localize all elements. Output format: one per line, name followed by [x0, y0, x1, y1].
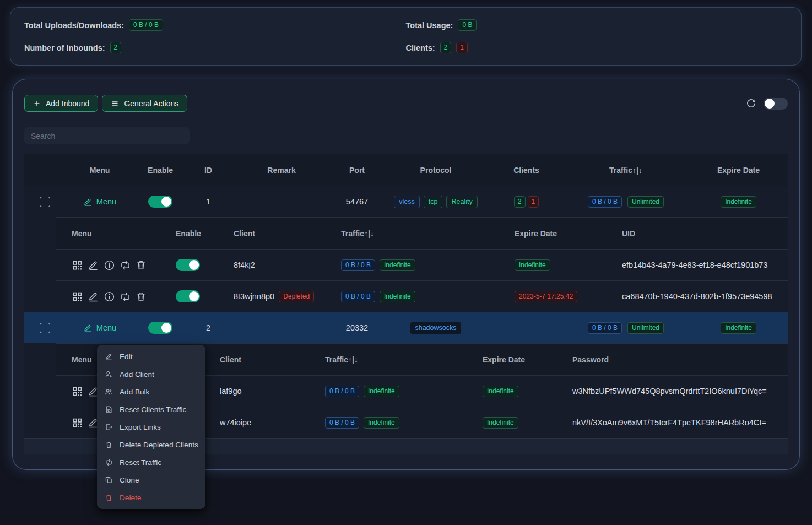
client-traffic: 0 B / 0 B Indefinite — [315, 386, 473, 397]
sub-header-password: Password — [562, 355, 788, 364]
sub-header-client: Client — [210, 355, 315, 364]
client-password: nkV/I/3XoAm9v6xMT/T5IcrF4TpeTKF98rHARbRo… — [562, 418, 788, 427]
menu-item-delete-depleted-clients[interactable]: Delete Depleted Clients — [97, 436, 205, 453]
menu-item-add-bulk[interactable]: Add Bulk — [97, 383, 205, 400]
expire-badge: Indefinite — [483, 417, 518, 429]
sub-header-enable: Enable — [166, 229, 224, 238]
client-traffic: 0 B / 0 B Indefinite — [331, 291, 505, 302]
reset-traffic-icon[interactable] — [120, 291, 131, 302]
search-input[interactable] — [24, 127, 190, 144]
client-actions — [56, 259, 166, 271]
stat-number-of-inbounds: Number of Inbounds: 2 — [24, 42, 406, 53]
client-name: 8t3wjnn8p0 — [234, 292, 274, 301]
sub-header-traffic-sort[interactable]: Traffic↑|↓ — [315, 355, 473, 364]
client-uid: ca68470b-1940-437d-802b-1f9573e94598 — [612, 292, 788, 301]
edit-pencil-icon — [83, 323, 93, 333]
quota-badge: Indefinite — [364, 386, 399, 397]
menu-item-reset-traffic[interactable]: Reset Traffic — [97, 453, 205, 471]
menu-item-reset-clients-traffic[interactable]: Reset Clients Traffic — [97, 400, 205, 418]
delete-client-icon[interactable] — [136, 259, 147, 270]
general-actions-button[interactable]: General Actions — [102, 95, 187, 112]
total-usage-value: 0 B — [458, 19, 477, 31]
add-inbound-button[interactable]: Add Inbound — [24, 95, 98, 112]
number-of-inbounds-value: 2 — [110, 42, 122, 53]
toolbar: Add Inbound General Actions — [24, 95, 788, 112]
collapse-row-button[interactable] — [40, 323, 50, 333]
client-name: laf9go — [210, 387, 315, 396]
sub-header-expire: Expire Date — [473, 355, 562, 364]
reset-traffic-icon[interactable] — [120, 259, 131, 271]
stat-total-usage: Total Usage: 0 B — [406, 19, 788, 31]
stats-overview-card: Total Uploads/Downloads: 0 B / 0 B Numbe… — [10, 7, 802, 66]
info-icon[interactable] — [104, 259, 115, 271]
clients-depleted-count: 1 — [456, 42, 468, 53]
general-actions-label: General Actions — [124, 99, 178, 108]
inbound-enable-toggle[interactable] — [148, 322, 172, 334]
client-uid: efb14b43-4a79-4e83-ef18-e48cf1901b73 — [612, 261, 788, 269]
header-port: Port — [333, 166, 381, 175]
client-depleted-badge: 1 — [528, 196, 539, 208]
menu-item-clone[interactable]: Clone — [97, 471, 205, 489]
client-name: 8f4kj2 — [224, 261, 331, 269]
user-add-icon — [104, 370, 113, 378]
client-enable-toggle[interactable] — [176, 259, 200, 271]
menu-lines-icon — [111, 99, 119, 107]
edit-pencil-icon — [83, 197, 93, 207]
expire-badge: 2023-5-7 17:25:42 — [515, 291, 577, 302]
inbound-port: 20332 — [333, 323, 381, 332]
clients-subtable-header: Menu Enable Client Traffic↑|↓ Expire Dat… — [56, 218, 788, 249]
expire-badge: Indefinite — [721, 196, 756, 208]
menu-item-delete[interactable]: Delete — [97, 489, 205, 506]
quota-badge: Indefinite — [364, 417, 399, 429]
header-menu: Menu — [65, 166, 134, 175]
quota-badge: Indefinite — [380, 291, 415, 302]
inbound-enable-toggle[interactable] — [148, 196, 172, 208]
sub-header-menu: Menu — [56, 229, 166, 238]
inbound-menu-button[interactable]: Menu — [83, 197, 116, 207]
header-id: ID — [186, 166, 230, 175]
collapse-row-button[interactable] — [40, 197, 50, 207]
expire-badge: Indefinite — [483, 386, 518, 397]
stats-left-column: Total Uploads/Downloads: 0 B / 0 B Numbe… — [24, 19, 406, 53]
edit-client-icon[interactable] — [88, 259, 99, 271]
expire-badge: Indefinite — [721, 322, 756, 334]
edit-icon — [104, 353, 113, 361]
client-row: 8f4kj2 0 B / 0 B Indefinite Indefinite e… — [56, 249, 788, 280]
auto-refresh-toggle[interactable] — [764, 98, 788, 110]
qrcode-icon[interactable] — [72, 291, 83, 302]
inbound-id: 1 — [186, 197, 230, 206]
header-traffic-sort[interactable]: Traffic↑|↓ — [562, 166, 689, 175]
sub-header-traffic-sort[interactable]: Traffic↑|↓ — [331, 229, 505, 238]
client-traffic: 0 B / 0 B Indefinite — [331, 259, 505, 271]
qrcode-icon[interactable] — [72, 386, 83, 397]
header-protocol: Protocol — [381, 166, 490, 175]
depleted-badge: Depleted — [279, 291, 314, 302]
client-row: 8t3wjnn8p0 Depleted 0 B / 0 B Indefinite… — [56, 280, 788, 312]
client-active-badge: 2 — [514, 196, 526, 208]
inbound-row-2: Menu 2 20332 shadowsocks 0 B / 0 B Unlim… — [24, 312, 788, 343]
clients-label: Clients: — [406, 44, 435, 52]
clients-subtable-vless: Menu Enable Client Traffic↑|↓ Expire Dat… — [56, 217, 788, 312]
client-traffic: 0 B / 0 B Indefinite — [315, 417, 473, 429]
inbound-menu-button-open[interactable]: Menu — [83, 323, 116, 333]
refresh-icon[interactable] — [746, 98, 756, 109]
export-icon — [104, 423, 113, 431]
menu-item-add-client[interactable]: Add Client — [97, 365, 205, 383]
quota-badge: Unlimited — [627, 196, 664, 208]
security-tag: Reality — [446, 196, 477, 208]
file-sync-icon — [104, 405, 113, 414]
inbound-protocol-tags: shadowsocks — [381, 322, 490, 334]
inbound-traffic: 0 B / 0 B Unlimited — [562, 196, 689, 208]
menu-item-edit[interactable]: Edit — [97, 348, 205, 365]
edit-client-icon[interactable] — [88, 291, 99, 302]
delete-client-icon[interactable] — [136, 291, 147, 302]
traffic-badge: 0 B / 0 B — [588, 322, 622, 334]
qrcode-icon[interactable] — [72, 259, 83, 271]
info-icon[interactable] — [104, 291, 115, 302]
client-enable-toggle[interactable] — [176, 290, 200, 302]
total-uploads-downloads-label: Total Uploads/Downloads: — [24, 21, 124, 30]
qrcode-icon[interactable] — [72, 417, 83, 429]
traffic-badge: 0 B / 0 B — [325, 386, 359, 397]
users-add-icon — [104, 388, 113, 396]
menu-item-export-links[interactable]: Export Links — [97, 418, 205, 436]
